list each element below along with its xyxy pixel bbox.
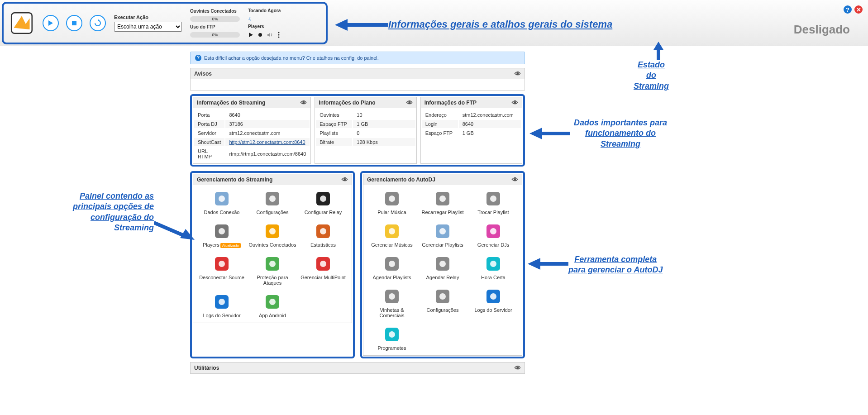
arrow-state (652, 42, 665, 60)
mgmt-item[interactable]: Trocar Playlist (469, 190, 517, 215)
exec-select[interactable]: Escolha uma ação (114, 22, 182, 32)
ftp-bar: 0% (190, 32, 240, 38)
mgmt-item[interactable]: Agendar Playlists (368, 255, 416, 280)
item-icon (383, 222, 401, 240)
top-right-icons: ? ✕ (844, 5, 863, 14)
item-label: Dados Conexão (204, 210, 240, 215)
eye-icon[interactable]: 👁 (512, 99, 518, 106)
mgmt-item[interactable]: Gerenciar DJs (469, 222, 517, 248)
mgmt-item[interactable]: Configurar Relay (299, 190, 347, 215)
item-label: Logs do Servidor (474, 307, 512, 313)
top-bar-highlight: Executar Ação Escolha uma ação Ouvintes … (2, 2, 328, 44)
mgmt-item[interactable]: Configurações (248, 190, 296, 215)
mgmt-item[interactable]: Programetes (368, 325, 416, 351)
mgmt-item[interactable]: Dados Conexão (198, 190, 246, 215)
info-streaming-panel: Informações do Streaming👁 Porta8640Porta… (193, 97, 311, 164)
item-icon (484, 222, 502, 240)
item-label: Pular Música (377, 210, 406, 215)
svg-point-49 (439, 293, 446, 300)
svg-point-29 (389, 196, 395, 202)
hint-icon: ? (195, 55, 201, 61)
mgmt-item[interactable]: PlayersAtualizado (198, 222, 246, 248)
svg-point-4 (278, 34, 280, 36)
mgmt-autodj-title: Gerenciamento do AutoDJ (367, 176, 435, 183)
eye-icon[interactable]: 👁 (512, 176, 518, 183)
mini-play-icon[interactable] (248, 32, 253, 38)
mgmt-item[interactable]: Gerenciar MultiPoint (299, 255, 347, 286)
item-icon (263, 293, 281, 311)
mgmt-item[interactable]: Estatísticas (299, 222, 347, 248)
svg-rect-1 (72, 21, 76, 25)
main-area: Informações gerais e atalhos gerais do s… (0, 46, 868, 374)
kv-key: URL RTMP (194, 147, 224, 161)
mgmt-item[interactable]: Logs do Servidor (469, 287, 517, 318)
mgmt-autodj-grid: Pular MúsicaRecarregar PlaylistTrocar Pl… (368, 190, 517, 351)
svg-point-21 (269, 261, 276, 267)
eye-icon[interactable]: 👁 (515, 70, 521, 77)
mgmt-item[interactable]: Agendar Relay (419, 255, 467, 280)
hint-note: ? Esta difícil achar a opção desejada no… (190, 52, 525, 64)
eye-icon[interactable]: 👁 (342, 176, 348, 183)
utilitarios-panel: Utilitários👁 (190, 362, 525, 374)
item-label: Estatísticas (310, 242, 336, 248)
item-icon (383, 255, 401, 273)
mgmt-item[interactable]: Desconectar Source (198, 255, 246, 286)
eye-icon[interactable]: 👁 (515, 364, 521, 372)
badge: Atualizado (220, 243, 241, 248)
item-icon (383, 325, 401, 343)
mgmt-item[interactable]: Gerenciar Playlists (419, 222, 467, 248)
mgmt-item[interactable]: Logs do Servidor (198, 293, 246, 318)
now-playing-label: Tocando Agora (248, 8, 281, 13)
eye-icon[interactable]: 👁 (406, 99, 413, 106)
mgmt-item[interactable]: Recarregar Playlist (419, 190, 467, 215)
svg-point-41 (389, 261, 395, 267)
item-icon (484, 190, 502, 208)
mgmt-streaming-grid: Dados ConexãoConfiguraçõesConfigurar Rel… (198, 190, 347, 318)
reload-button[interactable] (90, 15, 106, 31)
help-icon[interactable]: ? (844, 5, 852, 14)
mini-volume-icon[interactable] (267, 32, 273, 38)
utilitarios-title: Utilitários (194, 365, 219, 371)
svg-point-11 (320, 196, 326, 202)
kv-value: 1 GB (353, 120, 415, 128)
item-icon (263, 190, 281, 208)
mgmt-item[interactable]: Pular Música (368, 190, 416, 215)
mgmt-item[interactable]: Ouvintes Conectados (248, 222, 296, 248)
link[interactable]: http://stm12.conectastm.com:8640 (229, 139, 305, 145)
arrow-top (335, 18, 388, 32)
mini-record-icon[interactable] (258, 33, 262, 37)
item-label: Vinhetas & Comerciais (368, 307, 416, 318)
item-label: Programetes (378, 345, 406, 351)
item-icon (434, 190, 452, 208)
item-label: Gerenciar Músicas (371, 242, 413, 248)
kv-key: Porta (194, 111, 224, 119)
info-streaming-title: Informações do Streaming (197, 100, 265, 106)
mgmt-item[interactable]: Vinhetas & Comerciais (368, 287, 416, 318)
svg-point-7 (219, 196, 225, 202)
item-icon (213, 190, 231, 208)
mgmt-item[interactable]: Gerenciar Músicas (368, 222, 416, 248)
close-icon[interactable]: ✕ (854, 5, 863, 14)
stop-button[interactable] (66, 15, 82, 31)
stats-listeners: Ouvintes Conectados 0% Uso do FTP 0% (190, 9, 240, 38)
info-plano-title: Informações do Plano (319, 100, 375, 106)
mgmt-item[interactable]: Proteção para Ataques (248, 255, 296, 286)
mgmt-item[interactable]: Configurações (419, 287, 467, 318)
mini-menu-icon[interactable] (278, 32, 280, 38)
anno-state: EstadodoStraming (634, 60, 669, 91)
play-button[interactable] (43, 15, 59, 31)
svg-point-51 (490, 293, 496, 300)
eye-icon[interactable]: 👁 (300, 99, 307, 106)
kv-key: Login (422, 120, 458, 128)
item-icon (314, 255, 332, 273)
item-icon (263, 222, 281, 240)
mgmt-item[interactable]: App Android (248, 293, 296, 318)
kv-key: Endereço (422, 111, 458, 119)
mgmt-item[interactable]: Hora Certa (469, 255, 517, 280)
avisos-panel: Avisos👁 (190, 68, 525, 91)
hint-text: Esta difícil achar a opção desejada no m… (204, 55, 379, 61)
svg-point-27 (269, 299, 276, 305)
mgmt-row: Gerenciamento do Streaming👁 Dados Conexã… (190, 171, 525, 358)
item-icon (484, 255, 502, 273)
music-note-icon: ♫ (248, 16, 281, 21)
